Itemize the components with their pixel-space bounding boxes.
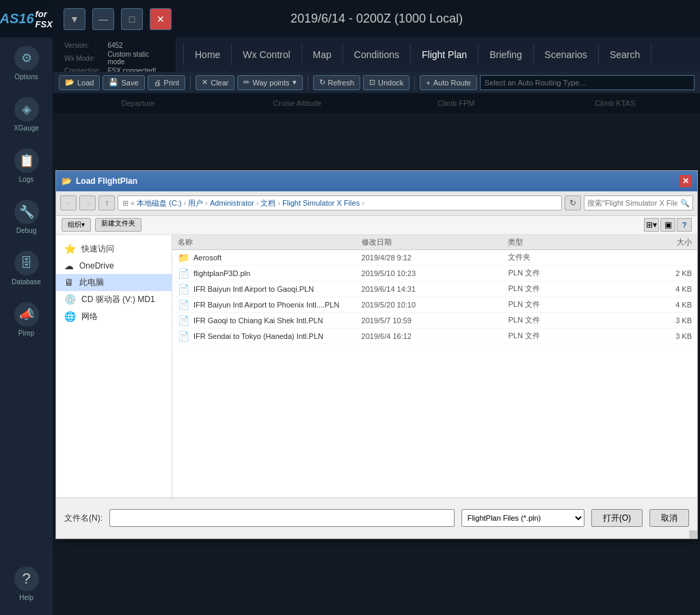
info-bar: Version:6452 Wx Mode:Custom static mode … [53, 38, 176, 72]
search-box[interactable]: 🔍 [584, 195, 693, 210]
undock-button[interactable]: ⊡ Undock [363, 75, 409, 90]
separator [414, 76, 415, 90]
dropdown-btn[interactable]: ▼ [64, 8, 85, 30]
undock-icon: ⊡ [369, 78, 375, 87]
nav-this-pc[interactable]: 🖥 此电脑 [56, 274, 172, 291]
nav-home[interactable]: Home [183, 44, 232, 66]
load-icon: 📂 [65, 78, 75, 87]
xgauge-icon: ◈ [14, 97, 39, 122]
col-name-header[interactable]: 名称 [178, 237, 362, 247]
file-icon: 📄 [178, 299, 189, 310]
cd-drive-icon: 💿 [64, 294, 76, 305]
sidebar-item-debug[interactable]: 🔧 Debug [3, 193, 51, 241]
list-item[interactable]: 📁Aerosoft 2019/4/28 9:12 文件夹 [172, 250, 697, 266]
wxmode-label: Wx Mode: [62, 51, 103, 66]
nav-conditions[interactable]: Conditions [343, 44, 411, 66]
logs-icon: 📋 [14, 148, 39, 173]
network-icon: 🌐 [64, 311, 76, 322]
dialog-close-button[interactable]: ✕ [679, 175, 692, 187]
nav-onedrive[interactable]: ☁ OneDrive [56, 258, 172, 274]
options-icon: ⚙ [14, 46, 39, 70]
refresh-button[interactable]: ↻ Refresh [313, 75, 361, 90]
refresh-btn[interactable]: ↻ [565, 195, 581, 210]
clear-button[interactable]: ✕ Clear [196, 75, 234, 90]
print-button[interactable]: 🖨 Print [148, 75, 186, 90]
search-input[interactable] [587, 199, 677, 207]
file-date: 2019/5/20 10:10 [362, 301, 509, 309]
breadcrumb-users[interactable]: 用户 [188, 198, 203, 208]
nav-quick-access[interactable]: ⭐ 快速访问 [56, 241, 172, 258]
sidebar-item-pirep[interactable]: 📣 Pirep [3, 295, 51, 344]
organize-button[interactable]: 组织▾ [62, 218, 91, 232]
col-date-header[interactable]: 修改日期 [362, 237, 509, 247]
auto-route-label: Auto Route [433, 79, 471, 87]
close-btn[interactable]: ✕ [150, 8, 172, 30]
save-button[interactable]: 💾 Save [103, 75, 144, 90]
filetype-select[interactable]: FlightPlan Files (*.pln) [461, 509, 584, 527]
breadcrumb-docs[interactable]: 文档 [260, 198, 275, 208]
nav-cd-drive[interactable]: 💿 CD 驱动器 (V:) MD1 [56, 291, 172, 308]
file-dialog: 📂 Load FlightPlan ✕ ← → ↑ ⊞ « 本地磁盘 (C:) … [55, 170, 698, 539]
nav-briefing[interactable]: Briefing [479, 44, 533, 66]
col-size-header[interactable]: 大小 [619, 237, 692, 247]
window-controls: ▼ — □ ✕ [64, 8, 172, 30]
debug-icon: 🔧 [14, 200, 39, 224]
help-btn[interactable]: ? [677, 218, 692, 232]
waypoints-button[interactable]: ✏ Way points ▾ [237, 75, 302, 90]
nav-wxcontrol[interactable]: Wx Control [232, 44, 301, 66]
back-button[interactable]: ← [60, 195, 77, 210]
file-list: 名称 修改日期 类型 大小 📁Aerosoft 2019/4/28 9:12 文… [172, 235, 697, 497]
filename-input[interactable] [109, 509, 455, 527]
file-date: 2019/5/7 10:59 [362, 316, 509, 325]
database-icon: 🗄 [14, 251, 39, 275]
dialog-toolbar: ← → ↑ ⊞ « 本地磁盘 (C:) › 用户 › Administrator… [56, 191, 697, 216]
maximize-btn[interactable]: □ [121, 8, 143, 30]
auto-route-button[interactable]: + Auto Route [420, 75, 476, 90]
up-button[interactable]: ↑ [98, 195, 115, 210]
waypoints-icon: ✏ [243, 78, 250, 87]
file-name: IFR Gaoqi to Chiang Kai Shek Intl.PLN [193, 316, 323, 325]
sidebar-item-help[interactable]: ? Help [3, 560, 51, 608]
this-pc-label: 此电脑 [79, 277, 104, 288]
forward-button[interactable]: → [79, 195, 96, 210]
file-date: 2019/4/28 9:12 [362, 254, 509, 262]
main-content: Departure Cruise Altitude Climb FPM Clim… [53, 94, 700, 615]
topbar: 2019/6/14 - 0200Z (1000 Local) ▼ — □ ✕ [53, 0, 700, 38]
breadcrumb-admin[interactable]: Administrator [210, 199, 254, 207]
breadcrumb-c[interactable]: 本地磁盘 (C:) [137, 198, 181, 208]
breadcrumb: ⊞ « 本地磁盘 (C:) › 用户 › Administrator › 文档 … [118, 195, 562, 210]
file-name: flightplanP3D.pln [193, 269, 250, 277]
sidebar-item-options[interactable]: ⚙ Options [3, 39, 51, 87]
list-item[interactable]: 📄IFR Gaoqi to Chiang Kai Shek Intl.PLN 2… [172, 313, 697, 329]
nav-map[interactable]: Map [302, 44, 343, 66]
cancel-button[interactable]: 取消 [649, 509, 689, 527]
file-icon: 📄 [178, 284, 189, 295]
sidebar-item-xgauge[interactable]: ◈ XGauge [3, 90, 51, 139]
breadcrumb-fsx[interactable]: Flight Simulator X Files [282, 199, 360, 207]
nav-search[interactable]: Search [599, 44, 651, 66]
print-label: Print [164, 79, 180, 87]
nav-network[interactable]: 🌐 网络 [56, 308, 172, 325]
view-toggle-btn[interactable]: ⊞▾ [644, 218, 659, 232]
dialog-title-text: Load FlightPlan [76, 176, 137, 186]
list-item[interactable]: 📄IFR Sendai to Tokyo (Haneda) Intl.PLN 2… [172, 329, 697, 344]
minimize-btn[interactable]: — [92, 8, 114, 30]
nav-flightplan[interactable]: Flight Plan [411, 44, 479, 66]
list-item[interactable]: 📄IFR Baiyun Intl Airport to Gaoqi.PLN 20… [172, 282, 697, 297]
list-item[interactable]: 📄flightplanP3D.pln 2019/5/10 10:23 PLN 文… [172, 266, 697, 282]
preview-btn[interactable]: ▣ [660, 218, 675, 232]
new-folder-button[interactable]: 新建文件夹 [95, 218, 142, 232]
list-item[interactable]: 📄IFR Baiyun Intl Airport to Phoenix Intl… [172, 297, 697, 313]
file-icon: 📄 [178, 331, 189, 342]
sidebar-item-database[interactable]: 🗄 Database [3, 244, 51, 292]
nav-scenarios[interactable]: Scenarios [534, 44, 599, 66]
resize-handle[interactable] [689, 530, 697, 538]
sidebar-item-logs[interactable]: 📋 Logs [3, 141, 51, 190]
sidebar-item-label: Database [12, 278, 41, 286]
open-button[interactable]: 打开(O) [591, 509, 643, 527]
auto-route-input[interactable] [480, 75, 695, 90]
col-type-header[interactable]: 类型 [508, 237, 618, 247]
file-date: 2019/6/4 16:12 [362, 332, 509, 340]
load-button[interactable]: 📂 Load [59, 75, 100, 90]
separator [308, 76, 308, 90]
